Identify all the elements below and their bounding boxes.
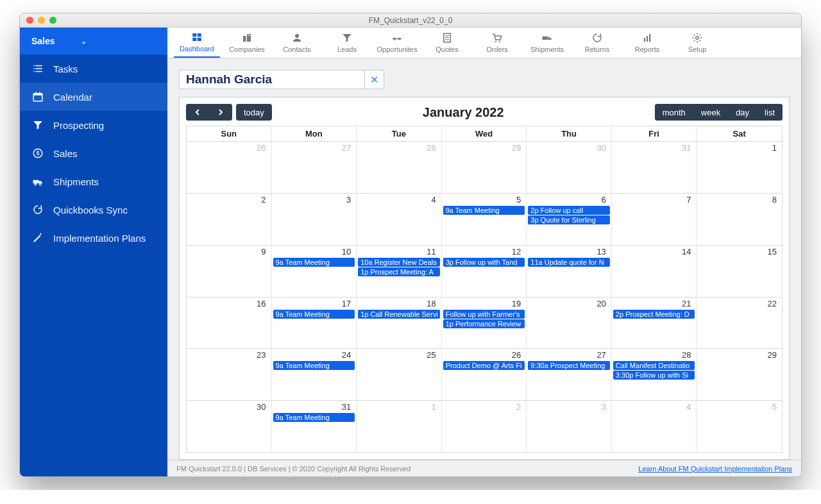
calendar-cell[interactable]: 3 (527, 401, 612, 452)
calendar-cell[interactable]: 29 (442, 142, 527, 193)
view-week-button[interactable]: week (693, 104, 728, 121)
toolbar-dashboard[interactable]: Dashboard (174, 28, 220, 58)
calendar-cell[interactable]: 30 (187, 401, 272, 452)
calendar-cell[interactable]: 59a Team Meeting (442, 194, 527, 245)
view-day-button[interactable]: day (728, 104, 757, 121)
calendar-event[interactable]: 9a Team Meeting (273, 310, 355, 319)
calendar-event[interactable]: 3p Quote for Sterling (528, 215, 610, 224)
calendar-cell[interactable]: 1311a Update quote for N (527, 246, 612, 297)
sidebar-item-quickbooks-sync[interactable]: Quickbooks Sync (20, 196, 167, 224)
day-number: 7 (613, 194, 695, 206)
toolbar-opportunites[interactable]: Opportunites (374, 28, 420, 58)
sidebar-item-label: Tasks (53, 63, 78, 74)
calendar-cell[interactable]: 4 (357, 194, 442, 245)
calendar-cell[interactable]: 212p Prospect Meeting: D (612, 298, 697, 349)
calendar-event[interactable]: 10a Register New Deals (358, 258, 440, 267)
prev-button[interactable] (186, 104, 209, 121)
calendar-cell[interactable]: 15 (697, 246, 782, 297)
toolbar-returns[interactable]: Returns (574, 28, 620, 58)
toolbar-setup[interactable]: Setup (674, 28, 720, 58)
calendar-cell[interactable]: 14 (612, 246, 697, 297)
close-icon[interactable]: ✕ (364, 70, 384, 89)
toolbar-icon (341, 32, 353, 45)
sidebar-item-shipments[interactable]: Shipments (20, 167, 167, 196)
calendar-event[interactable]: 9a Team Meeting (273, 413, 355, 422)
calendar-cell[interactable]: 27 (272, 142, 357, 193)
toolbar-orders[interactable]: Orders (474, 28, 520, 58)
toolbar-contacts[interactable]: Contacts (274, 28, 320, 58)
calendar-cell[interactable]: 249a Team Meeting (272, 349, 357, 400)
calendar-cell[interactable]: 2 (442, 401, 527, 452)
calendar-cell[interactable]: 2 (187, 194, 272, 245)
toolbar-leads[interactable]: Leads (324, 28, 370, 58)
calendar-event[interactable]: 9a Team Meeting (273, 361, 355, 370)
calendar-cell[interactable]: 5 (697, 401, 782, 452)
calendar-cell[interactable]: 109a Team Meeting (272, 246, 357, 297)
calendar-cell[interactable]: 8 (697, 194, 782, 245)
calendar-cell[interactable]: 30 (527, 142, 612, 193)
calendar-cell[interactable]: 29 (697, 349, 782, 400)
calendar-event[interactable]: 3p Follow up with Tand (443, 258, 525, 267)
calendar-event[interactable]: 1p Prospect Meeting: A (358, 267, 440, 276)
calendar-cell[interactable]: 22 (697, 298, 782, 349)
calendar-cell[interactable]: 23 (187, 349, 272, 400)
calendar-event[interactable]: Product Demo @ Arts Fi (443, 361, 525, 370)
sidebar-item-sales[interactable]: $Sales (20, 139, 167, 167)
view-list-button[interactable]: list (757, 104, 783, 121)
calendar-event[interactable]: Follow up with Farmer's (443, 310, 525, 319)
content-area: Hannah Garcia ✕ (167, 58, 801, 460)
calendar-event[interactable]: 11a Update quote for N (528, 258, 610, 267)
calendar-cell[interactable]: 26 (187, 142, 272, 193)
next-button[interactable] (209, 104, 232, 121)
calendar-cell[interactable]: 25 (357, 349, 442, 400)
calendar-event[interactable]: 9:30a Prospect Meeting (528, 361, 610, 370)
calendar-event[interactable]: 2p Prospect Meeting: D (613, 310, 695, 319)
sidebar-header[interactable]: Sales ⌄ (20, 28, 167, 55)
view-month-button[interactable]: month (655, 104, 693, 121)
calendar-cell[interactable]: 4 (612, 401, 697, 452)
sync-icon (31, 203, 44, 216)
calendar-event[interactable]: Call Manifest Destinatio (613, 361, 695, 370)
calendar-event[interactable]: 1p Call Renewable Servi (358, 310, 440, 319)
toolbar-companies[interactable]: Companies (224, 28, 270, 58)
day-header: Sun (187, 126, 272, 141)
sidebar-item-calendar[interactable]: Calendar (20, 83, 167, 111)
calendar-cell[interactable]: 16 (187, 298, 272, 349)
footer-link[interactable]: Learn About FM Quickstart Implementation… (638, 465, 792, 473)
calendar-event[interactable]: 3:30p Follow up with Si (613, 371, 695, 380)
today-button[interactable]: today (236, 104, 272, 121)
calendar-cell[interactable]: 3 (272, 194, 357, 245)
calendar-cell[interactable]: 7 (612, 194, 697, 245)
calendar-cell[interactable]: 20 (527, 298, 612, 349)
calendar-event[interactable]: 9a Team Meeting (273, 258, 355, 267)
calendar-cell[interactable]: 181p Call Renewable Servi (357, 298, 442, 349)
day-number: 15 (698, 246, 781, 258)
calendar-cell[interactable]: 9 (187, 246, 272, 297)
sidebar-item-tasks[interactable]: Tasks (20, 55, 167, 83)
toolbar-reports[interactable]: Reports (624, 28, 670, 58)
calendar-cell[interactable]: 319a Team Meeting (272, 401, 357, 452)
calendar-cell[interactable]: 1 (357, 401, 442, 452)
toolbar-quotes[interactable]: Quotes (424, 28, 470, 58)
calendar-cell[interactable]: 1110a Register New Deals1p Prospect Meet… (357, 246, 442, 297)
calendar-event[interactable]: 1p Performance Review (443, 319, 525, 328)
calendar-cell[interactable]: 31 (612, 142, 697, 193)
day-number: 24 (273, 349, 355, 361)
calendar-cell[interactable]: 62p Follow up call3p Quote for Sterling (527, 194, 612, 245)
calendar-cell[interactable]: 19Follow up with Farmer's1p Performance … (442, 298, 527, 349)
svg-rect-18 (198, 38, 201, 41)
sidebar-item-implementation-plans[interactable]: Implementation Plans (20, 224, 167, 252)
calendar-cell[interactable]: 179a Team Meeting (272, 298, 357, 349)
calendar-cell[interactable]: 123p Follow up with Tand (442, 246, 527, 297)
calendar-cell[interactable]: 1 (697, 142, 782, 193)
calendar-cell[interactable]: 28Call Manifest Destinatio3:30p Follow u… (612, 349, 697, 400)
toolbar-icon (591, 32, 604, 45)
calendar-cell[interactable]: 279:30a Prospect Meeting (527, 349, 612, 400)
sidebar-item-prospecting[interactable]: Prospecting (20, 111, 167, 139)
calendar-event[interactable]: 2p Follow up call (528, 206, 610, 215)
calendar-event[interactable]: 9a Team Meeting (443, 206, 525, 215)
toolbar-shipments[interactable]: Shipments (524, 28, 570, 58)
calendar-cell[interactable]: 26Product Demo @ Arts Fi (442, 349, 527, 400)
calendar-week: 16179a Team Meeting181p Call Renewable S… (187, 297, 782, 349)
calendar-cell[interactable]: 28 (357, 142, 442, 193)
